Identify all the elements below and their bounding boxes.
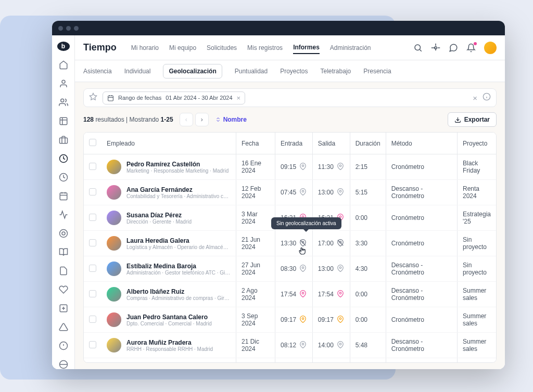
sidebar-item-16[interactable] [59,360,68,369]
employee-meta: Dpto. Comercial · Comercial · Madrid [126,321,212,326]
sidebar-item-15[interactable] [59,341,68,350]
employee-avatar [107,287,121,302]
cell-project: Summer sales [457,307,496,333]
col-date[interactable]: Fecha [236,133,275,154]
row-checkbox[interactable] [89,163,96,170]
pager: ‹ › [180,113,209,126]
sidebar-item-8[interactable] [59,210,68,219]
subtab-0[interactable]: Asistencia [83,64,112,78]
row-checkbox[interactable] [89,290,96,297]
sidebar-item-4[interactable] [59,135,68,145]
sidebar-item-7[interactable] [59,191,68,201]
nav-item-1[interactable]: Mi equipo [169,42,196,54]
geo-in-icon[interactable] [299,163,307,172]
svg-point-42 [339,343,341,345]
nav-item-3[interactable]: Mis registros [247,42,283,54]
row-checkbox[interactable] [89,214,96,221]
subtab-2[interactable]: Geolocalización [163,64,222,79]
sidebar-item-1[interactable] [59,79,68,88]
sidebar-item-0[interactable] [59,60,68,70]
geo-in-icon[interactable] [299,316,307,324]
geo-out-icon[interactable] [337,188,344,197]
sidebar-item-12[interactable] [59,285,68,294]
sidebar-item-13[interactable] [59,304,68,313]
row-checkbox[interactable] [89,188,96,195]
table-row[interactable]: Pedro Ramírez CastellónMarketing · Respo… [84,154,496,180]
nav-item-2[interactable]: Solicitudes [207,42,237,54]
col-entry[interactable]: Entrada [275,133,313,154]
calendar-icon [107,95,114,101]
sidebar-item-2[interactable] [59,98,68,107]
geo-out-icon[interactable] [337,265,344,273]
geo-in-icon[interactable] [299,188,307,197]
subtab-3[interactable]: Puntualidad [235,64,268,78]
subtab-5[interactable]: Teletrabajo [321,64,351,78]
info-icon[interactable] [483,93,491,103]
nav-item-4[interactable]: Informes [293,42,320,54]
table-row[interactable]: Alberto Ibáñez RuizCompras · Administrat… [84,282,496,307]
geo-in-icon[interactable] [299,290,307,299]
col-method[interactable]: Método [386,133,457,154]
window-close-dot[interactable] [58,26,63,31]
geo-out-icon[interactable] [337,239,344,248]
col-duration[interactable]: Duración [350,133,386,154]
user-avatar[interactable] [484,42,497,54]
sidebar-item-6[interactable] [59,173,68,182]
employee-avatar [107,236,121,251]
geo-out-icon[interactable] [337,290,344,299]
table-row[interactable]: David Morales RodríguezSales Spain · Sal… [84,358,496,363]
cell-method: Cronómetro [386,231,457,256]
bell-icon[interactable] [466,43,476,53]
sidebar-item-5[interactable] [59,154,68,163]
row-checkbox[interactable] [89,341,96,348]
remove-date-filter[interactable]: × [237,94,241,102]
select-all-checkbox[interactable] [89,139,96,146]
sort-by-name[interactable]: Nombre [215,116,247,123]
sidebar-item-14[interactable] [59,322,68,332]
cell-duration: 5:15 [350,180,386,205]
table-row[interactable]: Juan Pedro Santana CaleroDpto. Comercial… [84,307,496,333]
row-checkbox[interactable] [89,316,96,323]
app-logo[interactable]: b [57,42,70,51]
table-row[interactable]: Aurora Muñiz PraderaRRHH · Responsable R… [84,333,496,358]
sidebar-item-10[interactable] [59,247,68,257]
cell-project: Summer sales [457,282,496,307]
clear-filters[interactable]: × [473,94,477,102]
favorite-icon[interactable] [89,93,97,103]
pager-next[interactable]: › [195,113,209,126]
settings-icon[interactable] [431,43,440,53]
search-icon[interactable] [413,43,423,53]
subtab-1[interactable]: Individual [124,64,151,78]
window-minimize-dot[interactable] [66,26,71,31]
table-row[interactable]: Ana García FernándezContabilidad y Tesor… [84,180,496,205]
sidebar-item-11[interactable] [59,266,68,276]
cell-date: 3 Mar 2024 [236,205,275,231]
table-row[interactable]: Estíbaliz Medina BarojaAdministración · … [84,256,496,282]
row-checkbox[interactable] [89,239,96,246]
sidebar-item-3[interactable] [59,116,68,126]
svg-point-37 [302,292,304,294]
subtab-4[interactable]: Proyectos [280,64,308,78]
export-button[interactable]: Exportar [448,112,497,127]
col-project[interactable]: Proyecto [457,133,496,154]
geo-in-icon[interactable] [299,341,307,350]
geo-in-icon[interactable] [299,265,307,273]
chat-icon[interactable] [449,43,458,53]
row-checkbox[interactable] [89,265,96,272]
col-employee[interactable]: Empleado [101,133,236,154]
app-title: Tiempo [83,42,117,53]
employee-cell: Alberto Ibáñez RuizCompras · Administrat… [107,287,231,302]
geo-out-icon[interactable] [337,341,344,350]
nav-item-0[interactable]: Mi horario [131,42,159,54]
table-row[interactable]: Laura Heredia GaleraLogística y Almacén … [84,231,496,256]
col-exit[interactable]: Salida [312,133,350,154]
geo-out-icon[interactable] [337,163,344,172]
sidebar-item-9[interactable] [59,229,68,238]
subtab-6[interactable]: Presencia [363,64,391,78]
pager-prev[interactable]: ‹ [180,113,193,126]
cell-method: Descanso - Cronómetro [386,180,457,205]
window-maximize-dot[interactable] [74,26,79,31]
nav-item-5[interactable]: Administración [330,42,371,54]
geo-out-icon[interactable] [337,316,344,324]
date-range-chip[interactable]: Rango de fechas 01 Abr 2024 - 30 Abr 202… [103,92,245,104]
